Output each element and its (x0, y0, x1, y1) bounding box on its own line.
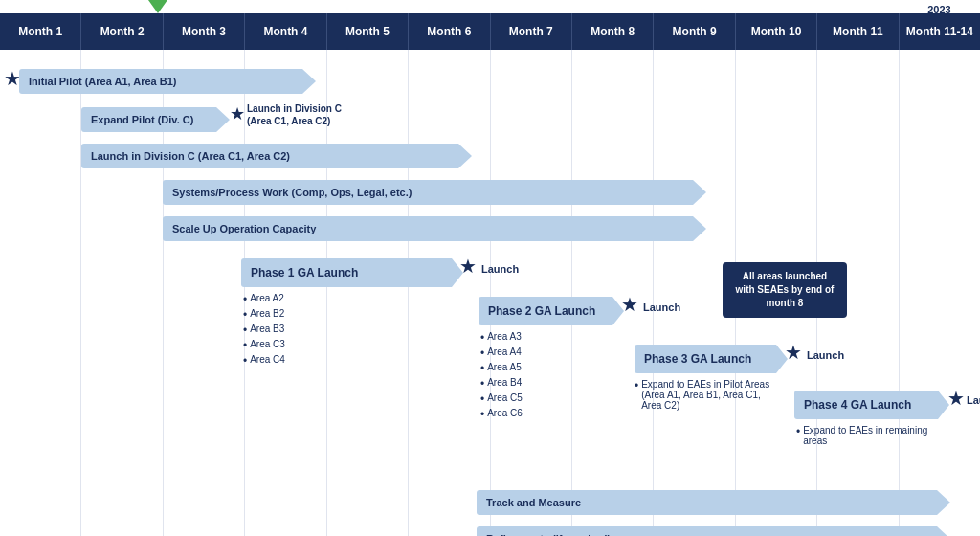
launch-label-4: Launch (967, 394, 980, 406)
month-2: Month 2 (81, 13, 163, 50)
month-7: Month 7 (491, 13, 572, 50)
phase4-ga-label: Phase 4 GA Launch (804, 398, 911, 412)
p3-bullet-1: Expand to EAEs in Pilot Areas (Area A1, … (635, 379, 783, 411)
phase1-ga-bar: Phase 1 GA Launch (241, 258, 463, 287)
systems-process-bar: Systems/Process Work (Comp, Ops, Legal, … (163, 180, 706, 205)
phase2-bullets: Area A3 Area A4 Area A5 Area B4 Area C5 … (480, 331, 523, 423)
phase3-bullets: Expand to EAEs in Pilot Areas (Area A1, … (635, 379, 783, 413)
phase3-ga-label: Phase 3 GA Launch (644, 352, 751, 366)
star-expand-icon: ★ (230, 105, 245, 123)
star-start-icon: ★ (4, 69, 21, 88)
initial-pilot-label: Initial Pilot (Area A1, Area B1) (29, 76, 176, 87)
month-8: Month 8 (572, 13, 654, 50)
month-10: Month 10 (736, 13, 817, 50)
p1-bullet-5: Area C4 (243, 354, 285, 368)
star-phase1-icon: ★ (459, 257, 477, 276)
launch-div-c-label: Launch in Division C (Area C1, Area C2) (247, 102, 342, 127)
month-9: Month 9 (654, 13, 735, 50)
p2-bullet-2: Area A4 (480, 346, 523, 360)
p1-bullet-1: Area A2 (243, 293, 285, 306)
systems-process-label: Systems/Process Work (Comp, Ops, Legal, … (172, 187, 412, 198)
p2-bullet-1: Area A3 (480, 331, 523, 345)
p2-bullet-3: Area A5 (480, 362, 523, 375)
content-area: ★ Initial Pilot (Area A1, Area B1) Expan… (0, 50, 980, 536)
p4-bullet-1: Expand to EAEs in remaining areas (796, 425, 945, 446)
p2-bullet-4: Area B4 (480, 377, 523, 391)
pilot-track-bar: Launch in Division C (Area C1, Area C2) (81, 144, 472, 168)
month-11-14: Month 11-14 (900, 13, 980, 50)
phase1-bullets: Area A2 Area B2 Area B3 Area C3 Area C4 (243, 293, 285, 369)
launch-label-1: Launch (481, 263, 519, 275)
gantt-chart: 2023 Month 1 Month 2 Month 3 Month 4 Mon… (0, 0, 980, 536)
star-phase4-icon: ★ (947, 389, 965, 408)
tooltip-box: All areas launchedwith SEAEs by end ofmo… (723, 262, 847, 318)
scale-up-bar: Scale Up Operation Capacity (163, 216, 706, 241)
track-measure-label: Track and Measure (486, 497, 581, 508)
p2-bullet-6: Area C6 (480, 408, 523, 421)
track-measure-bar: Track and Measure (477, 490, 950, 515)
expand-pilot-label: Expand Pilot (Div. C) (91, 114, 193, 125)
star-phase3-icon: ★ (785, 343, 802, 362)
p1-bullet-3: Area B3 (243, 324, 285, 337)
phase1-ga-label: Phase 1 GA Launch (251, 266, 358, 279)
current-indicator (148, 0, 167, 13)
month-header-row: Month 1 Month 2 Month 3 Month 4 Month 5 … (0, 13, 980, 50)
launch-label-2: Launch (643, 302, 680, 313)
refinements-bar: Refinements (if required) (477, 526, 950, 536)
month-11: Month 11 (817, 13, 899, 50)
month-5: Month 5 (327, 13, 409, 50)
phase4-bullets: Expand to EAEs in remaining areas (796, 425, 945, 448)
p2-bullet-5: Area C5 (480, 392, 523, 406)
star-phase2-icon: ★ (621, 295, 638, 314)
launch-label-3: Launch (807, 349, 844, 361)
month-4: Month 4 (245, 13, 326, 50)
month-1: Month 1 (0, 13, 81, 50)
p1-bullet-4: Area C3 (243, 339, 285, 352)
initial-pilot-bar: Initial Pilot (Area A1, Area B1) (19, 69, 316, 94)
month-6: Month 6 (409, 13, 490, 50)
pilot-track-label: Launch in Division C (Area C1, Area C2) (91, 150, 290, 162)
phase3-ga-bar: Phase 3 GA Launch (635, 345, 788, 373)
scale-up-label: Scale Up Operation Capacity (172, 223, 316, 234)
expand-pilot-bar: Expand Pilot (Div. C) (81, 107, 230, 132)
month-3: Month 3 (164, 13, 245, 50)
phase4-ga-bar: Phase 4 GA Launch (794, 391, 949, 419)
phase2-ga-bar: Phase 2 GA Launch (479, 297, 624, 325)
phase2-ga-label: Phase 2 GA Launch (488, 304, 595, 318)
p1-bullet-2: Area B2 (243, 308, 285, 322)
